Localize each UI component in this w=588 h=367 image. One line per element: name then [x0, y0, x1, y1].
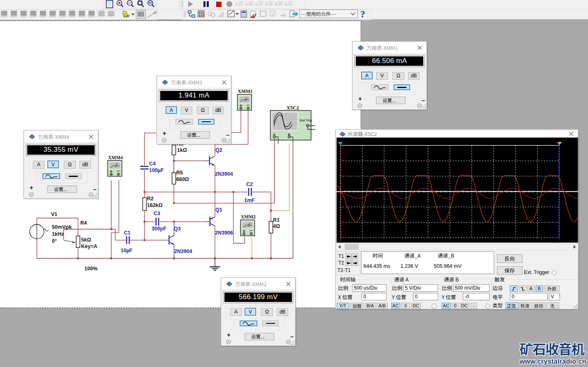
svg-text:C2: C2: [246, 181, 253, 187]
svg-text:1mF: 1mF: [244, 197, 255, 203]
svg-text:Q1: Q1: [215, 207, 222, 213]
svg-text:–: –: [247, 102, 250, 108]
svg-text:XMM4: XMM4: [108, 155, 123, 160]
svg-text:2N3906: 2N3906: [215, 230, 233, 236]
svg-text:XSC2: XSC2: [287, 105, 299, 111]
svg-text:C4: C4: [149, 161, 156, 167]
svg-text:V1: V1: [51, 211, 57, 217]
svg-text:10µF: 10µF: [121, 248, 133, 253]
svg-text:R1: R1: [273, 217, 280, 223]
svg-text:–: –: [250, 228, 253, 233]
svg-text:0°: 0°: [52, 238, 57, 244]
svg-text:2: 2: [558, 142, 560, 145]
svg-text:1: 1: [339, 142, 341, 145]
svg-text:162kΩ: 162kΩ: [147, 202, 163, 208]
svg-text:Q3: Q3: [174, 226, 181, 232]
svg-text:50mVpk: 50mVpk: [52, 224, 72, 230]
svg-text:300pF: 300pF: [152, 226, 166, 232]
svg-text:1kΩ: 1kΩ: [177, 147, 187, 153]
svg-text:660Ω: 660Ω: [176, 177, 189, 182]
svg-text:2N3904: 2N3904: [174, 249, 192, 254]
svg-text:4Ω: 4Ω: [273, 223, 280, 229]
svg-text:100µF: 100µF: [149, 167, 164, 173]
svg-text:C3: C3: [154, 211, 160, 216]
svg-text:C1: C1: [124, 230, 131, 236]
svg-text:+: +: [240, 103, 242, 108]
svg-text:Key=A: Key=A: [81, 244, 97, 249]
svg-text:100%: 100%: [84, 266, 98, 272]
svg-text:+: +: [110, 169, 112, 174]
svg-text:5kΩ: 5kΩ: [81, 237, 91, 243]
svg-text:www.crystalradio.cn: www.crystalradio.cn: [519, 358, 586, 365]
svg-text:1kHz: 1kHz: [52, 231, 64, 237]
svg-text:Q2: Q2: [215, 147, 222, 153]
svg-text:XMM1: XMM1: [238, 89, 253, 94]
svg-text:–: –: [117, 168, 120, 174]
svg-text:R2: R2: [147, 196, 154, 202]
svg-text:R5: R5: [176, 170, 183, 176]
svg-text:2N3904: 2N3904: [215, 171, 233, 177]
svg-text:Ext Trig: Ext Trig: [300, 118, 312, 122]
svg-text:+: +: [243, 228, 245, 233]
svg-text:R4: R4: [80, 220, 87, 226]
svg-text:XMM2: XMM2: [241, 214, 256, 219]
